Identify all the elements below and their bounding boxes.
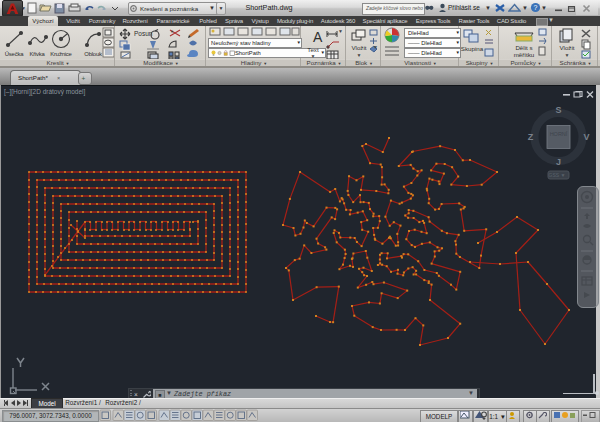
svg-text:Z: Z: [528, 132, 534, 142]
svg-text:V: V: [583, 132, 589, 142]
svg-text:HORNÍ: HORNÍ: [550, 131, 568, 137]
svg-text:GSS ▼: GSS ▼: [549, 172, 566, 178]
svg-text:J: J: [556, 157, 561, 167]
svg-text:S: S: [555, 105, 561, 115]
